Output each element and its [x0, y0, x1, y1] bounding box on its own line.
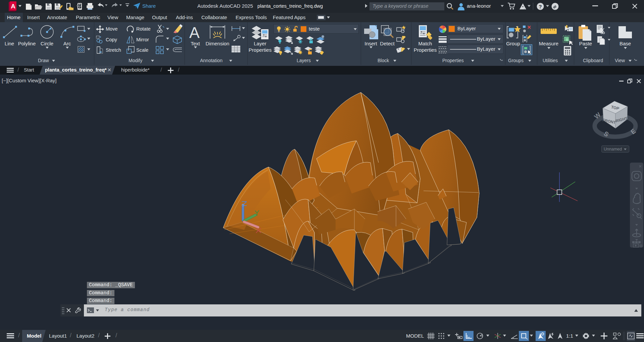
svg-text:A: A: [11, 3, 15, 10]
svg-text:?: ?: [539, 4, 542, 9]
